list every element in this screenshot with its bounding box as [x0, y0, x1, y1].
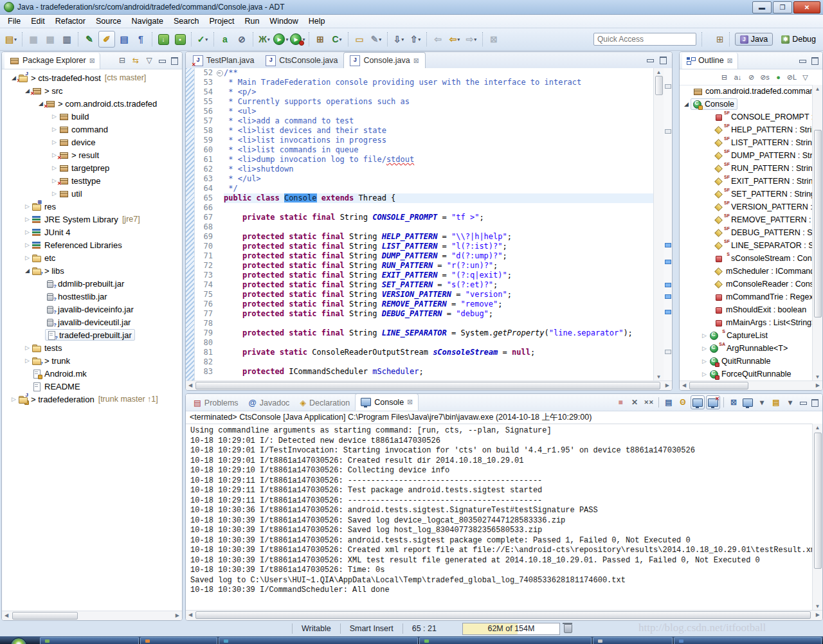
tree-item[interactable]: Android.mk	[2, 367, 182, 380]
package-explorer-tree[interactable]: ◢J✕> cts-tradefed-host[cts master]◢✕> sr…	[2, 69, 182, 406]
outline-item[interactable]: mShouldExit : boolean	[680, 303, 813, 316]
menu-search[interactable]: Search	[168, 15, 204, 27]
occurrence-marker[interactable]	[665, 260, 671, 264]
menu-file[interactable]: File	[3, 15, 26, 27]
tree-arrow-icon[interactable]: ▷	[700, 371, 709, 377]
debug-button[interactable]: Ж▾	[257, 31, 272, 47]
back-button[interactable]: ⇦▾	[447, 31, 462, 47]
display-console-button[interactable]	[741, 396, 754, 409]
android-sdk-manager-button[interactable]: ↓	[156, 31, 171, 47]
outline-item[interactable]: SFEXIT_PATTERN : String	[680, 175, 813, 188]
outline-item[interactable]: SFLINE_SEPARATOR : String	[680, 239, 813, 252]
forward-button[interactable]: ⇨▾	[464, 31, 479, 47]
new-java-project-button[interactable]: ⊞	[312, 31, 328, 47]
tree-arrow-icon[interactable]: ▷	[50, 190, 59, 197]
outline-item[interactable]: SFDEBUG_PATTERN : String	[680, 226, 813, 239]
minimize-window-button[interactable]: ▬	[752, 1, 772, 13]
tree-item[interactable]: ▷etc	[2, 251, 182, 264]
maximize-view-icon[interactable]	[809, 398, 820, 407]
maximize-editor-icon[interactable]	[658, 55, 668, 64]
package-explorer-view-tab[interactable]: Package Explorer ⊠	[5, 53, 100, 69]
hide-local-types-icon[interactable]: ⊘L	[786, 72, 797, 83]
show-stderr-toggle-button[interactable]	[706, 395, 720, 409]
open-console-dropdown-button[interactable]: ▾	[784, 396, 797, 409]
annotation-marker[interactable]	[665, 129, 671, 134]
close-view-icon[interactable]: ⊠	[727, 57, 733, 65]
tree-arrow-icon[interactable]: ▷	[23, 229, 32, 235]
previous-annotation-button[interactable]: ⇧▾	[408, 31, 423, 47]
tree-item[interactable]: ?javalib-deviceutil.jar	[2, 316, 182, 328]
open-console-button[interactable]: ▤	[770, 396, 782, 409]
avd-manager-button[interactable]: ▪	[172, 31, 188, 47]
outline-item[interactable]: ▷CSCaptureList	[680, 329, 813, 342]
tree-arrow-icon[interactable]: ▷	[50, 113, 59, 120]
view-tab-problems[interactable]: ▤Problems	[188, 395, 244, 411]
close-window-button[interactable]: ✕	[793, 1, 820, 13]
skip-all-breakpoints-button[interactable]: ⊘	[234, 31, 249, 47]
taskbar-button[interactable]	[419, 637, 592, 644]
console-output[interactable]: Using commandline arguments as starting …	[186, 424, 813, 611]
tree-arrow-icon[interactable]: ▷	[23, 357, 32, 364]
occurrence-marker[interactable]	[665, 310, 671, 314]
hide-fields-icon[interactable]: ⊘	[746, 72, 757, 83]
annotation-marker[interactable]	[665, 350, 671, 354]
outline-item[interactable]: SFDUMP_PATTERN : String	[680, 149, 813, 162]
minimize-view-icon[interactable]	[798, 398, 808, 407]
new-java-class-button[interactable]: C▾	[329, 31, 345, 47]
link-with-editor-icon[interactable]: ⇆	[130, 55, 141, 66]
menu-source[interactable]: Source	[91, 15, 127, 27]
tree-item[interactable]: ▷command	[2, 123, 182, 136]
tree-item[interactable]: ▷targetprep	[2, 161, 182, 174]
menu-refactor[interactable]: Refactor	[50, 15, 91, 27]
toggle-highlighter-button[interactable]: ✐	[98, 31, 115, 48]
tree-item[interactable]: ▷✕> result	[2, 148, 182, 161]
outline-view-tab[interactable]: Outline ⊠	[682, 53, 738, 69]
menu-help[interactable]: Help	[303, 15, 330, 27]
open-perspective-icon[interactable]: ⊞	[716, 34, 724, 44]
tree-item[interactable]: README	[2, 380, 182, 393]
pin-console-button[interactable]: ⊠	[727, 396, 740, 409]
clear-console-button[interactable]: ▤	[662, 396, 675, 409]
view-tab-declaration[interactable]: ◈Declaration	[294, 395, 355, 411]
tree-item[interactable]: ▷Referenced Libraries	[2, 238, 182, 251]
save-all-button[interactable]: ▩	[42, 31, 58, 47]
tree-item[interactable]: ▷device	[2, 136, 182, 148]
menu-project[interactable]: Project	[204, 15, 240, 27]
tree-arrow-icon[interactable]: ◢	[682, 101, 691, 107]
console-vscrollbar[interactable]: ▲ ▼	[812, 424, 822, 611]
tree-item[interactable]: ▷util	[2, 187, 182, 200]
tree-item[interactable]: ▷JRE System Library[jre7]	[2, 213, 182, 226]
pin-editor-button[interactable]: ⊠	[486, 31, 502, 47]
minimize-view-icon[interactable]	[157, 56, 167, 65]
next-annotation-button[interactable]: ⇩▾	[391, 31, 406, 47]
occurrence-marker[interactable]	[665, 294, 671, 299]
outline-item[interactable]: SFRUN_PATTERN : String	[680, 162, 813, 175]
outline-tree[interactable]: com.android.tradefed.command◢CConsoleSFC…	[680, 85, 813, 381]
annotation-marker[interactable]	[665, 84, 671, 89]
terminate-button[interactable]: ■	[614, 396, 627, 409]
tree-item[interactable]: ▷⊞res	[2, 200, 182, 213]
scroll-lock-button[interactable]: Θ	[676, 396, 689, 409]
view-menu-icon[interactable]: ▽	[143, 55, 155, 66]
tree-arrow-icon[interactable]: ▷	[23, 203, 32, 210]
tree-item[interactable]: ?ddmlib-prebuilt.jar	[2, 277, 182, 290]
tree-item[interactable]: ◢✕> src	[2, 84, 182, 97]
console-hscrollbar[interactable]: ◀ ▶	[186, 610, 822, 620]
outline-item[interactable]: SFREMOVE_PATTERN : String	[680, 213, 813, 226]
minimize-view-icon[interactable]	[797, 56, 808, 65]
occurrence-marker[interactable]	[665, 243, 671, 247]
close-view-icon[interactable]: ⊠	[89, 57, 95, 65]
close-view-icon[interactable]: ⊠	[407, 398, 413, 406]
hide-static-members-icon[interactable]: ⊘s	[759, 72, 770, 83]
run-garbage-collector-button[interactable]	[564, 624, 572, 633]
open-task-button[interactable]: ▭	[352, 31, 367, 47]
windows-taskbar[interactable]	[0, 636, 823, 644]
editor-hscrollbar[interactable]: ◀ ▶	[186, 380, 672, 390]
outline-item[interactable]: mConsoleReader : ConsoleReader	[680, 278, 813, 291]
tree-arrow-icon[interactable]: ▷	[700, 332, 709, 339]
outline-item[interactable]: ▷CSAArgRunnable<T>	[680, 342, 813, 355]
view-tab-javadoc[interactable]: @Javadoc	[244, 395, 295, 411]
outline-item[interactable]: mCommandTrie : RegexTrie	[680, 291, 813, 303]
console-dropdown-button[interactable]: ▾	[755, 396, 768, 409]
menu-navigate[interactable]: Navigate	[127, 15, 168, 27]
